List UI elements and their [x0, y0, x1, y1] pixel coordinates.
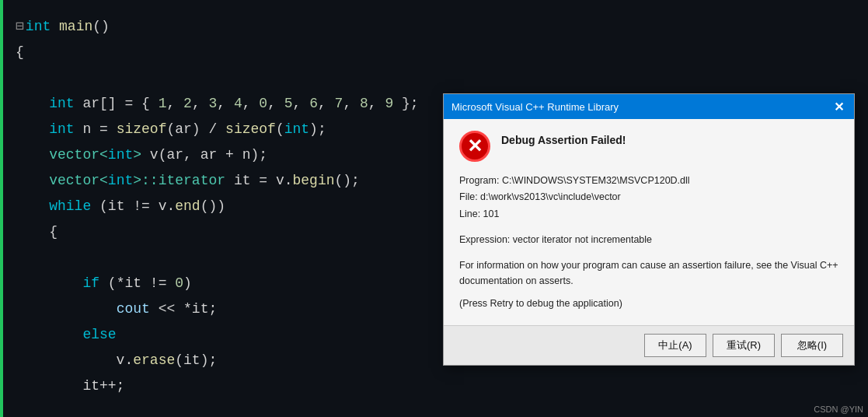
stop-button[interactable]: 中止(A)	[644, 334, 706, 357]
dialog-line: Line: 101	[459, 206, 838, 223]
dialog-body: ✕ Debug Assertion Failed! Program: C:\WI…	[444, 119, 854, 325]
code-line: ⊟int main()	[16, 14, 862, 40]
dialog-program: Program: C:\WINDOWS\SYSTEM32\MSVCP120D.d…	[459, 173, 838, 189]
dialog-info: Program: C:\WINDOWS\SYSTEM32\MSVCP120D.d…	[459, 173, 838, 223]
dialog-titlebar: Microsoft Visual C++ Runtime Library ✕	[444, 94, 854, 119]
func-main: main	[59, 14, 92, 40]
code-line: {	[16, 40, 862, 65]
code-line	[16, 65, 862, 91]
error-icon: ✕	[459, 131, 490, 162]
dialog-expression: Expression: vector iterator not incremen…	[459, 232, 838, 248]
dialog-close-button[interactable]: ✕	[831, 99, 846, 114]
error-dialog: Microsoft Visual C++ Runtime Library ✕ ✕…	[443, 93, 855, 366]
editor-left-bar	[0, 0, 3, 417]
code-line: it++;	[16, 373, 862, 399]
dialog-top-section: ✕ Debug Assertion Failed!	[459, 131, 838, 162]
ignore-button[interactable]: 忽略(I)	[781, 334, 843, 357]
dialog-file: File: d:\work\vs2013\vc\include\vector	[459, 189, 838, 205]
keyword-int: int	[26, 14, 51, 40]
dialog-assertion-text: Debug Assertion Failed!	[501, 134, 626, 146]
fold-icon: ⊟	[16, 14, 24, 40]
dialog-hint: For information on how your program can …	[459, 258, 838, 289]
dialog-buttons: 中止(A) 重试(R) 忽略(I)	[444, 325, 854, 365]
code-editor: ⊟int main() { int ar[] = { 1, 2, 3, 4, 0…	[0, 0, 868, 417]
retry-button[interactable]: 重试(R)	[713, 334, 775, 357]
code-line	[16, 399, 862, 417]
dialog-press: (Press Retry to debug the application)	[459, 298, 838, 309]
watermark: CSDN @YIN	[814, 405, 863, 414]
dialog-title: Microsoft Visual C++ Runtime Library	[451, 101, 619, 113]
